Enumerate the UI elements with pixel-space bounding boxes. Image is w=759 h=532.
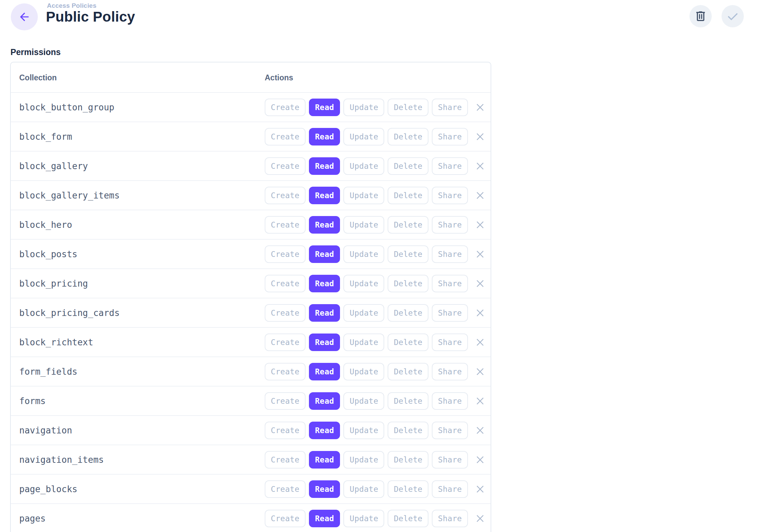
action-chip-delete[interactable]: Delete: [388, 451, 428, 469]
action-chip-update[interactable]: Update: [343, 187, 384, 204]
remove-row-button[interactable]: [474, 101, 486, 113]
action-chip-delete[interactable]: Delete: [388, 99, 428, 116]
remove-row-button[interactable]: [474, 189, 486, 202]
action-chip-update[interactable]: Update: [343, 480, 384, 498]
action-chip-share[interactable]: Share: [432, 187, 468, 204]
remove-row-button[interactable]: [474, 131, 486, 143]
action-chip-read[interactable]: Read: [309, 128, 340, 145]
remove-row-button[interactable]: [474, 336, 486, 348]
action-chip-create[interactable]: Create: [265, 128, 306, 145]
action-chip-share[interactable]: Share: [432, 275, 468, 292]
action-chip-delete[interactable]: Delete: [388, 245, 428, 263]
remove-row-button[interactable]: [474, 366, 486, 378]
action-chip-create[interactable]: Create: [265, 363, 306, 380]
action-chip-delete[interactable]: Delete: [388, 304, 428, 322]
x-icon: [475, 249, 486, 260]
action-chip-delete[interactable]: Delete: [388, 510, 428, 527]
action-chip-delete[interactable]: Delete: [388, 128, 428, 145]
action-chip-read[interactable]: Read: [309, 510, 340, 527]
action-chip-create[interactable]: Create: [265, 216, 306, 234]
action-chip-create[interactable]: Create: [265, 275, 306, 292]
action-chip-share[interactable]: Share: [432, 245, 468, 263]
remove-row-button[interactable]: [474, 395, 486, 407]
action-chip-read[interactable]: Read: [309, 334, 340, 351]
delete-policy-button[interactable]: [689, 5, 712, 27]
remove-row-button[interactable]: [474, 483, 486, 495]
action-chip-update[interactable]: Update: [343, 510, 384, 527]
action-chip-share[interactable]: Share: [432, 451, 468, 469]
action-chip-delete[interactable]: Delete: [388, 363, 428, 380]
action-chip-create[interactable]: Create: [265, 480, 306, 498]
action-chip-read[interactable]: Read: [309, 245, 340, 263]
action-chip-share[interactable]: Share: [432, 510, 468, 527]
action-chip-read[interactable]: Read: [309, 363, 340, 380]
action-chip-create[interactable]: Create: [265, 451, 306, 469]
action-chip-share[interactable]: Share: [432, 392, 468, 410]
action-chip-read[interactable]: Read: [309, 451, 340, 469]
action-chip-create[interactable]: Create: [265, 422, 306, 439]
action-chip-update[interactable]: Update: [343, 275, 384, 292]
action-chip-share[interactable]: Share: [432, 157, 468, 175]
action-chip-update[interactable]: Update: [343, 216, 384, 234]
action-chip-delete[interactable]: Delete: [388, 480, 428, 498]
action-chip-delete[interactable]: Delete: [388, 275, 428, 292]
remove-row-button[interactable]: [474, 160, 486, 172]
table-header-row: Collection Actions: [11, 62, 491, 93]
action-chip-read[interactable]: Read: [309, 275, 340, 292]
remove-row-button[interactable]: [474, 307, 486, 319]
action-chip-delete[interactable]: Delete: [388, 187, 428, 204]
action-chip-update[interactable]: Update: [343, 128, 384, 145]
action-chip-delete[interactable]: Delete: [388, 216, 428, 234]
action-chip-delete[interactable]: Delete: [388, 334, 428, 351]
action-chip-read[interactable]: Read: [309, 187, 340, 204]
action-chip-create[interactable]: Create: [265, 334, 306, 351]
remove-row-button[interactable]: [474, 219, 486, 231]
action-chip-create[interactable]: Create: [265, 187, 306, 204]
action-chip-share[interactable]: Share: [432, 334, 468, 351]
action-chip-update[interactable]: Update: [343, 451, 384, 469]
back-button[interactable]: [11, 3, 38, 30]
action-chip-share[interactable]: Share: [432, 128, 468, 145]
remove-row-button[interactable]: [474, 248, 486, 260]
action-chip-share[interactable]: Share: [432, 99, 468, 116]
action-chip-update[interactable]: Update: [343, 422, 384, 439]
action-chip-read[interactable]: Read: [309, 99, 340, 116]
action-chip-share[interactable]: Share: [432, 422, 468, 439]
save-button[interactable]: [722, 5, 744, 27]
action-chip-update[interactable]: Update: [343, 334, 384, 351]
action-chip-create[interactable]: Create: [265, 245, 306, 263]
action-chip-create[interactable]: Create: [265, 157, 306, 175]
action-chip-share[interactable]: Share: [432, 480, 468, 498]
table-row: block_form CreateReadUpdateDeleteShare: [11, 122, 491, 152]
action-chip-delete[interactable]: Delete: [388, 422, 428, 439]
action-chip-update[interactable]: Update: [343, 245, 384, 263]
action-chip-create[interactable]: Create: [265, 392, 306, 410]
action-chip-delete[interactable]: Delete: [388, 392, 428, 410]
breadcrumb[interactable]: Access Policies: [47, 2, 97, 9]
action-chip-share[interactable]: Share: [432, 363, 468, 380]
table-row: block_pricing_cards CreateReadUpdateDele…: [11, 298, 491, 328]
action-chip-read[interactable]: Read: [309, 392, 340, 410]
permissions-table: Collection Actions block_button_group Cr…: [10, 62, 491, 532]
action-chip-share[interactable]: Share: [432, 216, 468, 234]
action-chip-create[interactable]: Create: [265, 99, 306, 116]
action-chip-read[interactable]: Read: [309, 216, 340, 234]
remove-row-button[interactable]: [474, 512, 486, 525]
action-chip-create[interactable]: Create: [265, 510, 306, 527]
action-chip-update[interactable]: Update: [343, 157, 384, 175]
action-chip-read[interactable]: Read: [309, 422, 340, 439]
action-chip-read[interactable]: Read: [309, 480, 340, 498]
action-chip-update[interactable]: Update: [343, 363, 384, 380]
action-chip-read[interactable]: Read: [309, 157, 340, 175]
remove-row-button[interactable]: [474, 424, 486, 436]
remove-row-button[interactable]: [474, 454, 486, 466]
action-chip-create[interactable]: Create: [265, 304, 306, 322]
action-chip-update[interactable]: Update: [343, 392, 384, 410]
table-row: navigation_items CreateReadUpdateDeleteS…: [11, 445, 491, 475]
action-chip-update[interactable]: Update: [343, 304, 384, 322]
action-chip-update[interactable]: Update: [343, 99, 384, 116]
action-chip-share[interactable]: Share: [432, 304, 468, 322]
action-chip-delete[interactable]: Delete: [388, 157, 428, 175]
remove-row-button[interactable]: [474, 277, 486, 290]
action-chip-read[interactable]: Read: [309, 304, 340, 322]
